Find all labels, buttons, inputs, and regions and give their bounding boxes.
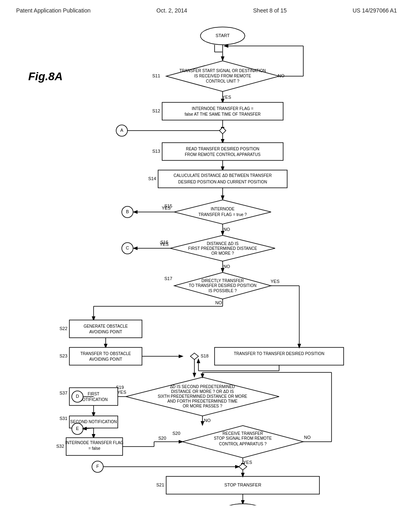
s22-text2: AVOIDING POINT xyxy=(89,330,122,334)
svg-rect-17 xyxy=(158,170,287,188)
s19-no: NO xyxy=(204,418,211,423)
s17-text2: TO TRANSFER DESIRED POSITION xyxy=(189,283,257,288)
circle-a: A xyxy=(120,128,123,133)
circle-d: D xyxy=(76,394,79,399)
s16-yes: YES xyxy=(160,242,169,247)
s16-text3: OR MORE ? xyxy=(211,251,234,256)
header-date: Oct. 2, 2014 xyxy=(156,7,187,14)
s19-text2: DISTANCE OR MORE ? OR ΔD IS xyxy=(171,389,234,394)
svg-rect-35 xyxy=(215,347,344,365)
s17-text3: IS POSSIBLE ? xyxy=(209,289,237,293)
s32-label: S32 xyxy=(56,444,64,449)
figure-label: Fig.8A xyxy=(28,70,63,83)
s11-label: S11 xyxy=(152,73,160,78)
svg-rect-9 xyxy=(162,102,283,120)
s16-no: NO xyxy=(223,264,230,269)
s17-label: S17 xyxy=(164,276,172,281)
s15-yes: YES xyxy=(162,206,171,210)
s14-text2: DESIRED POSITION AND CURRENT POSITION xyxy=(178,180,267,184)
s17-no: NO xyxy=(215,300,222,305)
s14-text1: CALUCULATE DISTANCE ΔD BETWEEN TRANSFER xyxy=(173,173,271,178)
s22-label: S22 xyxy=(59,326,67,331)
svg-rect-34 xyxy=(69,347,142,365)
s19-text4: AND FORTH PREDETERMINED TIME xyxy=(167,399,238,403)
s14-label: S14 xyxy=(148,176,156,181)
s23-text2: AVOIDING POINT xyxy=(89,357,122,362)
header-patent: US 14/297066 A1 xyxy=(353,7,397,14)
s20-no: NO xyxy=(304,435,311,440)
s32-text2: = false xyxy=(88,446,100,451)
s37-label: S37 xyxy=(59,391,67,395)
s20-label: S20 xyxy=(172,431,180,436)
s11-text2: IS RECEIVED FROM REMOTE xyxy=(194,74,251,78)
header-left: Patent Application Publication xyxy=(16,7,90,14)
svg-marker-38 xyxy=(190,353,198,360)
s15-no: NO xyxy=(223,227,230,232)
svg-point-59 xyxy=(221,504,265,505)
s17-text1: DIRECTLY TRANSFER xyxy=(201,278,244,283)
s23-label: S23 xyxy=(59,353,67,358)
s11-no: NO xyxy=(278,73,285,78)
svg-rect-32 xyxy=(69,320,142,338)
s11-text1: TRANSFER START SIGNAL OR DESTINATION xyxy=(179,69,266,73)
s21-label: S21 xyxy=(156,482,164,487)
s11-text3: CONTROL UNIT ? xyxy=(206,79,240,83)
s21-text: STOP TRANSFER xyxy=(224,482,261,487)
s18-text1: TRANSFER TO TRANSFER DESIRED POSITION xyxy=(234,351,324,356)
s11-yes: YES xyxy=(222,95,231,100)
circle-e: E xyxy=(76,426,79,431)
s37-text2: NOTIFICATION xyxy=(79,397,108,402)
s17-yes: YES xyxy=(271,279,280,284)
s20-merged-label: S20 xyxy=(158,436,166,441)
s12-label: S12 xyxy=(152,108,160,113)
s20-yes: YES xyxy=(243,460,252,465)
svg-rect-15 xyxy=(162,143,283,160)
s15-text1: INTERNODE xyxy=(211,207,235,211)
s18-label: S18 xyxy=(200,353,209,358)
s23-text1: TRANSFER TO OBSTACLE xyxy=(80,351,131,356)
s12-text1: INTERNODE TRANSFER FLAG = xyxy=(192,106,254,111)
page-header: Patent Application Publication Oct. 2, 2… xyxy=(0,0,413,18)
s19-yes: YES xyxy=(117,390,126,395)
s13-text1: READ TRANSFER DESIRED POSITION xyxy=(186,147,259,151)
s20-text3: CONTROL APPARATUS ? xyxy=(219,442,267,446)
s13-label: S13 xyxy=(152,149,160,154)
svg-marker-13 xyxy=(219,127,226,134)
s22-text1: GENERATE OBSTACLE xyxy=(83,324,128,328)
diagram-container: Fig.8A START TRANSFER START SIGNAL OR DE… xyxy=(0,18,413,509)
s13-text2: FROM REMOTE CONTROL APPARATUS xyxy=(185,152,261,157)
s20-text1: RECEIVE TRANSFER xyxy=(223,431,263,436)
header-sheet: Sheet 8 of 15 xyxy=(253,7,287,14)
s20-text2: STOP SIGNAL FROM REMOTE xyxy=(214,436,272,441)
start-label: START xyxy=(215,33,229,38)
s32-text1: INTERNODE TRANSFER FLAG xyxy=(65,441,123,445)
s37-text1: FIRST xyxy=(88,392,100,396)
flowchart-svg: START TRANSFER START SIGNAL OR DESTINATI… xyxy=(41,22,372,505)
circle-c: C xyxy=(126,245,129,250)
s16-text2: FIRST PREDETERMINED DISTANCE xyxy=(188,246,257,251)
s16-text1: DISTANCE ΔD IS xyxy=(207,241,239,246)
circle-b: B xyxy=(126,209,129,214)
s31-label: S31 xyxy=(59,416,67,421)
s15-text2: TRANSFER FLAG = true ? xyxy=(198,212,247,217)
s19-text3: SIXTH PREDETERMINED DISTANCE OR MORE xyxy=(158,394,247,399)
s19-text5: OR MORE PASSES ? xyxy=(183,404,223,408)
s19-text1: ΔD IS SECOND PREDETERMINED xyxy=(170,384,235,389)
circle-f: F xyxy=(96,464,99,469)
s12-text2: false AT THE SAME TIME OF TRANSFER xyxy=(185,112,261,116)
